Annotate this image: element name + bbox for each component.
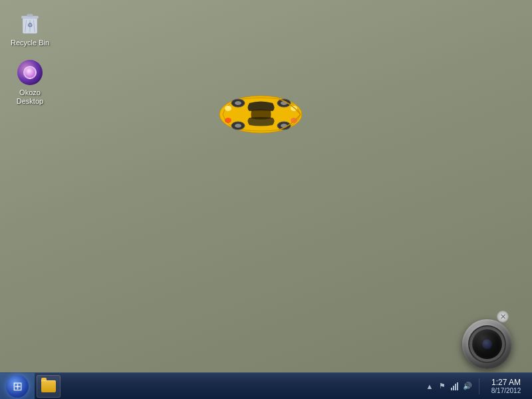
recycle-bin-image: ♻ [17, 9, 43, 36]
clock-time: 1:27 AM [491, 378, 521, 387]
okozo-image [17, 59, 43, 86]
file-explorer-taskbar-button[interactable] [37, 375, 61, 398]
windows-logo-icon: ⊞ [13, 379, 23, 394]
okozo-desktop-icon[interactable]: Okozo Desktop [7, 57, 53, 108]
svg-rect-20 [451, 388, 452, 390]
lens-inner-ring [472, 329, 502, 359]
clock-date: 8/17/2012 [491, 387, 521, 394]
svg-rect-21 [453, 386, 454, 390]
svg-point-19 [225, 118, 231, 123]
taskbar-buttons-area [35, 373, 419, 399]
network-icon[interactable] [450, 381, 460, 392]
svg-rect-5 [27, 14, 33, 17]
svg-rect-22 [455, 384, 456, 390]
svg-text:♻: ♻ [27, 22, 33, 29]
lens-outer-ring [462, 319, 512, 369]
svg-point-9 [235, 101, 241, 105]
svg-point-18 [225, 106, 231, 111]
recycle-bin-label: Recycle Bin [11, 39, 49, 47]
camera-close-button[interactable]: ✕ [497, 311, 509, 323]
svg-rect-23 [457, 382, 458, 390]
camera-lens-widget[interactable] [462, 319, 512, 369]
lens-center [482, 339, 492, 349]
tray-icons-group: ▲ ⚑ 🔊 [422, 381, 475, 392]
svg-point-13 [235, 124, 241, 128]
volume-icon[interactable]: 🔊 [462, 381, 473, 392]
desktop: ♻ Recycle Bin Okozo Desktop [0, 0, 532, 399]
taskbar: ⊞ ▲ ⚑ [0, 372, 532, 399]
okozo-label: Okozo Desktop [17, 88, 43, 106]
windows-orb: ⊞ [6, 375, 29, 398]
show-hidden-icons-button[interactable]: ▲ [424, 381, 435, 392]
folder-icon [41, 380, 56, 392]
start-button[interactable]: ⊞ [0, 373, 35, 400]
system-tray: ▲ ⚑ 🔊 1:27 AM 8 [419, 373, 532, 399]
tray-separator [479, 378, 479, 394]
clock-area[interactable]: 1:27 AM 8/17/2012 [483, 373, 529, 399]
car-image [213, 90, 309, 140]
recycle-bin-icon[interactable]: ♻ Recycle Bin [7, 7, 53, 50]
action-center-icon[interactable]: ⚑ [437, 381, 448, 392]
